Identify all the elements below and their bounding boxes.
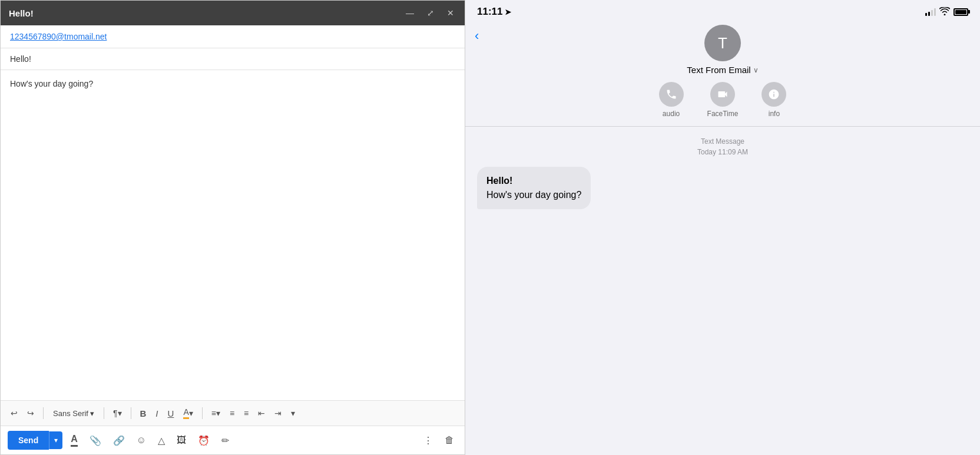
- toolbar-separator-4: [202, 407, 203, 419]
- contact-name-row[interactable]: Text From Email ∨: [687, 65, 758, 75]
- iphone-messages-panel: 11:11 ➤: [465, 0, 980, 455]
- google-drive-icon: △: [158, 435, 165, 446]
- contact-actions: audio FaceTime info: [659, 82, 787, 118]
- timestamp-line2: Today 11:09 AM: [697, 147, 748, 157]
- insert-photo-button[interactable]: 🖼: [173, 433, 190, 448]
- bold-label: B: [140, 408, 147, 418]
- subject-text: Hello!: [10, 54, 31, 64]
- audio-action[interactable]: audio: [659, 82, 684, 118]
- delete-draft-icon: 🗑: [445, 435, 454, 446]
- more-options-button[interactable]: ⋮: [420, 433, 436, 449]
- time-display: 11:11: [477, 6, 502, 18]
- timestamp-line1: Text Message: [697, 136, 748, 147]
- avatar-letter: T: [718, 34, 727, 52]
- info-action[interactable]: info: [762, 82, 786, 118]
- titlebar-controls: — ⤢ ✕: [403, 7, 456, 19]
- back-button[interactable]: ‹: [475, 28, 479, 44]
- attach-file-button[interactable]: 📎: [86, 433, 105, 449]
- indent-increase-icon: ⇥: [274, 408, 282, 418]
- gmail-compose-panel: Hello! — ⤢ ✕ 1234567890@tmomail.net Hell…: [0, 0, 465, 455]
- bubble-line1: Hello!: [486, 176, 512, 186]
- message-bubble: Hello! How's your day going?: [477, 167, 591, 209]
- insert-photo-icon: 🖼: [177, 435, 186, 446]
- subject-row: Hello!: [1, 48, 465, 70]
- wifi-icon: [939, 7, 950, 17]
- text-color-label: A: [183, 407, 188, 419]
- indent-increase-button[interactable]: ⇥: [272, 407, 284, 420]
- status-time: 11:11 ➤: [477, 6, 511, 18]
- underline-button[interactable]: U: [165, 407, 177, 420]
- numbered-list-button[interactable]: ≡: [227, 407, 237, 420]
- body-text: How's your day going?: [10, 77, 455, 90]
- minimize-button[interactable]: —: [403, 7, 416, 19]
- font-label: Sans Serif: [53, 409, 88, 418]
- font-selector[interactable]: Sans Serif ▾: [49, 407, 98, 420]
- compose-bottom-bar: Send ▾ A 📎 🔗 ☺ △ 🖼 ⏰ ✏ ⋮ �: [1, 426, 465, 454]
- align-arrow-icon: ▾: [216, 408, 220, 418]
- schedule-send-button[interactable]: ⏰: [194, 433, 213, 449]
- contact-chevron-icon: ∨: [753, 66, 759, 74]
- contact-avatar: T: [704, 25, 741, 61]
- contact-name-text: Text From Email: [687, 65, 750, 75]
- delete-draft-button[interactable]: 🗑: [441, 433, 458, 448]
- audio-icon: [659, 82, 684, 107]
- location-icon: ➤: [505, 8, 511, 17]
- send-button[interactable]: Send: [8, 431, 49, 450]
- status-icons: [925, 7, 968, 17]
- send-dropdown-button[interactable]: ▾: [49, 431, 62, 449]
- attach-file-icon: 📎: [90, 435, 101, 446]
- bold-button[interactable]: B: [137, 407, 150, 420]
- italic-label: I: [155, 408, 158, 418]
- signal-bars-icon: [925, 8, 936, 16]
- more-formatting-button[interactable]: ▾: [288, 407, 298, 420]
- size-chevron-icon: ▾: [118, 408, 122, 418]
- insert-link-icon: 🔗: [113, 435, 125, 446]
- info-icon: [762, 82, 786, 107]
- signal-bar-4: [934, 8, 936, 16]
- battery-icon: [953, 8, 968, 16]
- signal-bar-3: [931, 10, 933, 16]
- font-size-button[interactable]: ¶ ▾: [110, 407, 125, 420]
- facetime-action[interactable]: FaceTime: [707, 82, 739, 118]
- close-button[interactable]: ✕: [445, 7, 456, 19]
- toolbar-separator-1: [43, 407, 44, 419]
- size-label: ¶: [113, 408, 118, 418]
- battery-fill: [955, 10, 966, 14]
- signature-icon: ✏: [221, 435, 229, 446]
- redo-button[interactable]: ↪: [24, 407, 37, 420]
- undo-button[interactable]: ↩: [8, 407, 21, 420]
- underline-label: U: [168, 408, 174, 418]
- bullet-list-icon: ≡: [244, 408, 249, 418]
- italic-button[interactable]: I: [153, 407, 161, 420]
- google-drive-button[interactable]: △: [154, 433, 168, 449]
- facetime-label: FaceTime: [707, 110, 739, 118]
- formatting-toolbar: ↩ ↪ Sans Serif ▾ ¶ ▾ B I U A ▾ ≡ ▾: [1, 400, 465, 426]
- emoji-icon: ☺: [137, 435, 146, 446]
- indent-decrease-button[interactable]: ⇤: [255, 407, 268, 420]
- messages-area: Text Message Today 11:09 AM Hello! How's…: [465, 127, 980, 455]
- to-email[interactable]: 1234567890@tmomail.net: [10, 32, 107, 41]
- status-bar: 11:11 ➤: [465, 0, 980, 21]
- contact-header: ‹ T Text From Email ∨ audio: [465, 21, 980, 127]
- signal-bar-2: [928, 12, 930, 16]
- audio-label: audio: [663, 110, 680, 118]
- format-text-button[interactable]: A: [67, 431, 81, 449]
- align-button[interactable]: ≡ ▾: [208, 407, 223, 420]
- facetime-icon: [710, 82, 735, 107]
- schedule-send-icon: ⏰: [198, 435, 210, 446]
- numbered-list-icon: ≡: [230, 408, 234, 418]
- more-options-icon: ⋮: [423, 435, 433, 446]
- font-chevron-icon: ▾: [90, 409, 94, 418]
- insert-emoji-button[interactable]: ☺: [133, 433, 150, 448]
- text-color-button[interactable]: A ▾: [180, 405, 196, 421]
- more-formatting-icon: ▾: [291, 408, 295, 418]
- bullet-list-button[interactable]: ≡: [241, 407, 251, 420]
- insert-link-button[interactable]: 🔗: [110, 433, 128, 449]
- toolbar-separator-3: [131, 407, 131, 419]
- compose-body[interactable]: How's your day going?: [1, 70, 465, 400]
- send-button-group: Send ▾: [8, 431, 62, 450]
- signature-button[interactable]: ✏: [218, 433, 233, 449]
- expand-button[interactable]: ⤢: [425, 7, 436, 19]
- to-row: 1234567890@tmomail.net: [1, 25, 465, 48]
- format-text-icon: A: [71, 434, 78, 447]
